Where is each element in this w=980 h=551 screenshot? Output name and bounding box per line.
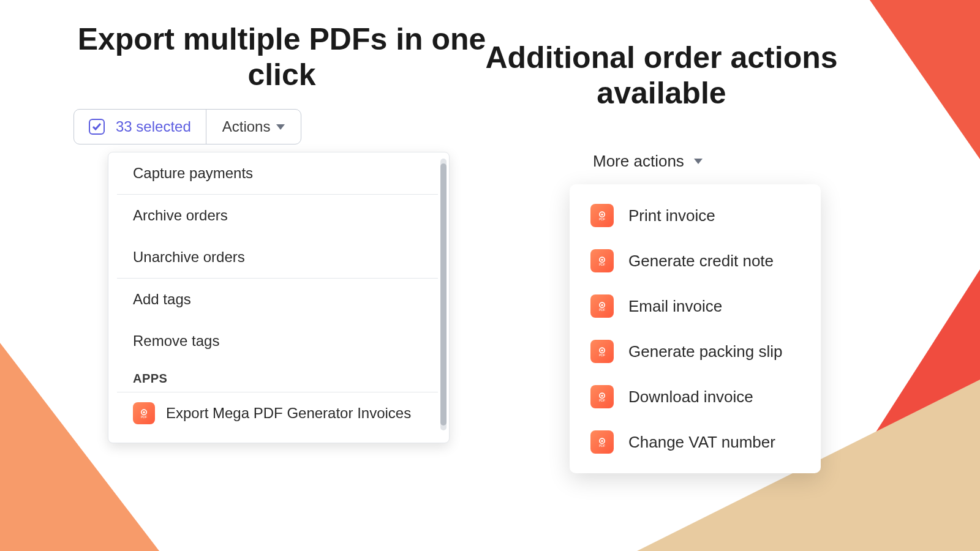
pdf-app-icon: PDF <box>590 340 614 363</box>
more-actions-panel: More actions PDF Print invoice PDF Gener… <box>570 149 821 473</box>
svg-point-13 <box>601 350 603 351</box>
more-action-label: Generate packing slip <box>628 342 782 361</box>
more-actions-menu: PDF Print invoice PDF Generate credit no… <box>570 184 821 473</box>
bulk-actions-panel: 33 selected Actions Capture payments Arc… <box>74 109 301 144</box>
action-unarchive-orders[interactable]: Unarchive orders <box>117 236 438 278</box>
svg-point-4 <box>601 214 603 216</box>
pdf-app-icon: PDF <box>133 402 155 424</box>
svg-point-19 <box>601 440 603 442</box>
svg-point-1 <box>143 411 145 413</box>
select-all-checkbox[interactable] <box>89 119 105 135</box>
chevron-down-icon <box>276 124 285 130</box>
action-capture-payments[interactable]: Capture payments <box>117 152 438 194</box>
svg-text:PDF: PDF <box>599 308 605 312</box>
svg-text:PDF: PDF <box>599 353 605 357</box>
more-action-change-vat-number[interactable]: PDF Change VAT number <box>570 419 821 465</box>
svg-point-7 <box>601 259 603 261</box>
more-action-generate-credit-note[interactable]: PDF Generate credit note <box>570 238 821 283</box>
pdf-app-icon: PDF <box>590 294 614 318</box>
pdf-app-icon: PDF <box>590 204 614 227</box>
selection-toolbar: 33 selected Actions <box>74 109 301 144</box>
heading-right: Additional order actions available <box>478 40 845 111</box>
svg-point-16 <box>601 395 603 397</box>
svg-text:PDF: PDF <box>599 263 605 266</box>
svg-text:PDF: PDF <box>141 415 147 419</box>
action-add-tags[interactable]: Add tags <box>117 279 438 320</box>
more-action-download-invoice[interactable]: PDF Download invoice <box>570 374 821 419</box>
action-archive-orders[interactable]: Archive orders <box>117 195 438 236</box>
more-actions-label: More actions <box>593 152 684 171</box>
more-action-label: Generate credit note <box>628 252 774 271</box>
svg-point-10 <box>601 304 603 306</box>
svg-text:PDF: PDF <box>599 444 605 448</box>
pdf-app-icon: PDF <box>590 249 614 272</box>
more-action-label: Download invoice <box>628 388 753 407</box>
more-action-print-invoice[interactable]: PDF Print invoice <box>570 193 821 238</box>
actions-label: Actions <box>222 118 271 135</box>
svg-text:PDF: PDF <box>599 217 605 221</box>
more-action-label: Change VAT number <box>628 433 775 452</box>
pdf-app-icon: PDF <box>590 385 614 408</box>
action-export-mega-pdf[interactable]: PDF Export Mega PDF Generator Invoices <box>117 392 438 437</box>
more-action-email-invoice[interactable]: PDF Email invoice <box>570 283 821 329</box>
decorative-triangle-top-right <box>870 0 980 159</box>
more-action-label: Email invoice <box>628 297 722 316</box>
actions-dropdown-menu: Capture payments Archive orders Unarchiv… <box>108 152 450 443</box>
svg-text:PDF: PDF <box>599 399 605 402</box>
more-actions-button[interactable]: More actions <box>587 149 821 173</box>
actions-dropdown-button[interactable]: Actions <box>206 110 301 144</box>
selected-count-label: 33 selected <box>116 118 191 135</box>
action-app-label: Export Mega PDF Generator Invoices <box>166 405 411 422</box>
more-action-label: Print invoice <box>628 206 715 225</box>
selection-indicator[interactable]: 33 selected <box>74 110 206 144</box>
pdf-app-icon: PDF <box>590 430 614 454</box>
scrollbar[interactable] <box>440 159 447 430</box>
heading-left: Export multiple PDFs in one click <box>74 22 490 92</box>
more-action-generate-packing-slip[interactable]: PDF Generate packing slip <box>570 329 821 374</box>
action-remove-tags[interactable]: Remove tags <box>117 320 438 362</box>
apps-section-label: APPS <box>117 362 438 392</box>
chevron-down-icon <box>694 159 703 164</box>
